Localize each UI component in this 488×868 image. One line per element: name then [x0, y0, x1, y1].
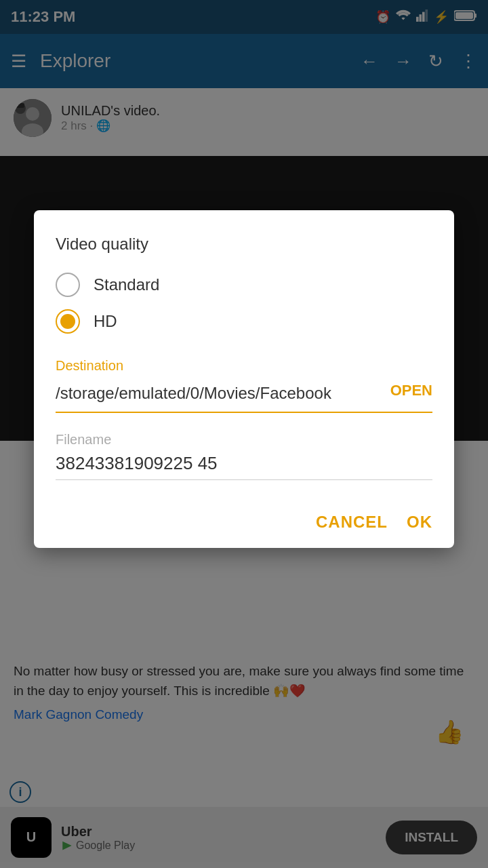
- filename-input[interactable]: [56, 453, 432, 480]
- standard-radio[interactable]: [56, 273, 80, 297]
- quality-radio-group: Standard HD: [56, 273, 432, 334]
- hd-option[interactable]: HD: [56, 309, 432, 334]
- ok-button[interactable]: OK: [407, 513, 432, 532]
- filename-label: Filename: [56, 432, 432, 448]
- video-quality-dialog: Video quality Standard HD Destination /s…: [34, 210, 454, 548]
- destination-row: /storage/emulated/0/Movies/Facebook OPEN: [56, 379, 432, 413]
- cancel-button[interactable]: CANCEL: [316, 513, 388, 532]
- standard-option[interactable]: Standard: [56, 273, 432, 297]
- dialog-title: Video quality: [56, 235, 432, 254]
- open-button[interactable]: OPEN: [390, 379, 432, 399]
- standard-label: Standard: [94, 275, 159, 294]
- destination-path: /storage/emulated/0/Movies/Facebook: [56, 379, 390, 405]
- hd-radio[interactable]: [56, 309, 80, 334]
- hd-radio-dot: [60, 314, 75, 329]
- dialog-buttons: CANCEL OK: [56, 494, 432, 548]
- hd-label: HD: [94, 312, 117, 331]
- destination-section-label: Destination: [56, 358, 432, 374]
